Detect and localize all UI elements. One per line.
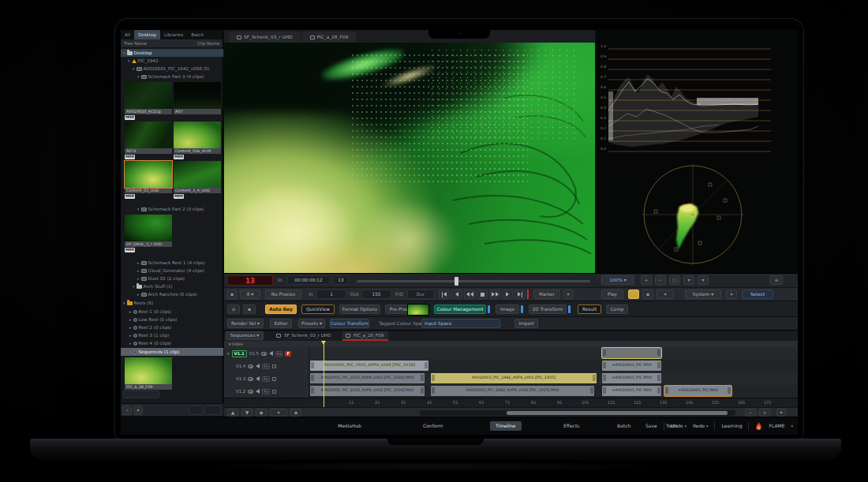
mode-conform[interactable]: Conform (417, 421, 449, 431)
input-space-field[interactable]: Input Space (421, 319, 500, 328)
tree-item-a0010001[interactable]: ▾ A0010001_PIC_1942_v008 (5) (121, 65, 223, 73)
timeline-clip-selected[interactable]: A0010001_PIC_1935_A0P4_v004 [PIC_1938] (310, 361, 428, 371)
current-frame-display[interactable]: 13 (227, 275, 273, 286)
timeline-clip[interactable]: +A0010003_PIC M00 (664, 386, 731, 396)
viewer-tab-schenk[interactable]: SF_Schenk_03_r UHD (229, 32, 301, 43)
colour-transform-button[interactable]: Colour Transform (330, 319, 369, 328)
media-thumbnail[interactable]: PIC_a_28_F09 (125, 357, 172, 395)
tree-item-reel4[interactable]: ▸ Reel 4 (0 clips) (121, 339, 223, 347)
out-frame-field[interactable]: 155 (361, 290, 391, 299)
tab-batch[interactable]: Batch (187, 30, 208, 39)
tree-item-schemack-reel1[interactable]: ▸ Schemack Reel 1 (4 clips) (121, 259, 223, 267)
scrollbar-thumb[interactable] (507, 411, 728, 415)
play-mode-button[interactable]: Play (601, 290, 623, 299)
render-sel-dropdown[interactable]: Render Sel ▾ (227, 319, 264, 328)
page-field[interactable] (204, 405, 221, 415)
stop-button[interactable] (477, 290, 488, 299)
panel-menu-icon[interactable]: ≡ (770, 275, 783, 285)
track-checkbox[interactable] (272, 390, 276, 394)
tree-item-low-reel[interactable]: ▸ Low Reel (0 clips) (121, 316, 223, 323)
import-button[interactable]: Import (514, 319, 538, 328)
frame-field[interactable]: 13 (333, 275, 349, 285)
comp-button[interactable]: Comp (606, 305, 628, 314)
learning-button[interactable]: Learning (721, 421, 742, 431)
colour-management-button[interactable]: Colour Management (434, 305, 486, 314)
tab-libraries[interactable]: Libraries (160, 30, 187, 39)
clip-mini-thumbnail[interactable] (407, 304, 429, 316)
media-thumbnail[interactable]: Content_3_A_UHD M00 (174, 161, 221, 199)
track-remove-icon[interactable]: ▼ (241, 409, 253, 417)
snap-icon[interactable]: ◆ (256, 409, 267, 417)
options-dropdown-icon[interactable]: ▾ (133, 405, 143, 415)
timeline-clip[interactable]: A0010001_PIC_1935_A0P4_v003 [PIC_1938] M… (310, 373, 425, 383)
mode-mediahub[interactable]: MediaHub (332, 421, 367, 431)
speaker-icon[interactable] (269, 351, 273, 356)
image-button[interactable]: Image (496, 305, 519, 314)
link-icon[interactable]: ▪ (290, 409, 301, 417)
track-header[interactable]: V1.4 Fx (224, 360, 309, 372)
focus-flag[interactable]: F (285, 351, 290, 357)
app-menu-dropdown-icon[interactable]: ▾ (791, 421, 793, 431)
auto-key-button[interactable]: Auto Key (265, 305, 297, 314)
tab-all[interactable]: All (121, 30, 134, 39)
timeline-clip[interactable]: A0010003_PIC_1942_A0P4_v002 [PIC_1935] M… (431, 386, 594, 396)
video-group-row[interactable]: ▾ Video (224, 341, 798, 347)
next-cut-button[interactable] (502, 290, 513, 299)
media-thumbnail[interactable]: A0010020_ACE5g M00 (125, 82, 172, 120)
track-badge[interactable]: V1.1 (232, 350, 247, 357)
in-frame-field[interactable]: 1 (316, 290, 346, 299)
media-thumbnail[interactable]: A07 (174, 82, 221, 120)
timeline-clip[interactable]: +A0010003_PIC M00 (602, 386, 661, 396)
quickview-button[interactable]: QuickView (301, 305, 335, 314)
tree-item-pic1942[interactable]: ▾ PIC_1942 (121, 57, 223, 65)
view-options-icon[interactable]: ▾ (683, 275, 694, 285)
speaker-icon[interactable] (256, 376, 260, 381)
timecode-display-dropdown-icon[interactable]: ▾ (657, 290, 674, 299)
visibility-eye-icon[interactable] (248, 364, 253, 368)
tree-item-duet[interactable]: ▸ Duet 02 (2 clips) (121, 275, 223, 282)
play-reverse-button[interactable] (464, 290, 475, 299)
proxy-dropdown[interactable]: 8 ▾ (240, 290, 260, 299)
mode-effects[interactable]: Effects (558, 421, 585, 431)
tree-item-cloud-generator[interactable]: ▸ Cloud_Generator (4 clips) (121, 267, 223, 275)
zoom-in-icon[interactable]: + (641, 275, 652, 285)
tab-desktop[interactable]: Desktop (134, 30, 160, 39)
viewer-tab-pic[interactable]: PIC_a_28_F09 (302, 32, 357, 43)
zoom-level-dropdown[interactable]: 100% ▾ (601, 275, 634, 285)
media-thumbnail[interactable]: Content_03a_sh30 M00 (174, 121, 221, 159)
zoom-timeline-out-icon[interactable]: − (745, 409, 756, 417)
collapse-icon[interactable]: « (122, 405, 132, 415)
tree-item-arch-ranches[interactable]: ▸ Arch Ranches (0 clips) (121, 290, 223, 298)
tree-item-schemack-part2[interactable]: ▾ Schemack Part 2 (3 clips) (121, 205, 223, 213)
playhead[interactable] (324, 341, 324, 407)
sort-tree-name[interactable]: Tree Name (124, 39, 147, 47)
media-thumbnail[interactable]: DP_DAHL_3_r UHD M00 (125, 215, 172, 252)
sequences-dropdown[interactable]: Sequences ▾ (226, 331, 264, 340)
tree-item-reel2[interactable]: ▸ Reel 2 (0 clips) (121, 323, 223, 331)
track-header[interactable]: V1.2 Fx (224, 385, 309, 398)
fx-badge[interactable]: Fx (262, 376, 269, 382)
duration-field[interactable]: Dur (407, 290, 434, 299)
fx-badge[interactable]: Fx (262, 364, 269, 369)
play-forward-button[interactable] (489, 290, 500, 299)
timeline-options-icon[interactable]: ▾ (776, 409, 786, 417)
grid-icon[interactable]: ▪ (243, 305, 256, 314)
media-thumbnail-selected[interactable]: Content_03_UHD M00 (125, 161, 172, 199)
fx-badge[interactable]: Fx (262, 389, 269, 394)
scrub-bar[interactable] (357, 280, 590, 282)
marker-options-icon[interactable]: ▾ (563, 290, 573, 299)
visibility-eye-icon[interactable] (248, 390, 253, 394)
mode-batch[interactable]: Batch (612, 421, 636, 431)
gear-icon[interactable]: ▪ (227, 290, 237, 299)
go-to-end-button[interactable] (514, 290, 526, 299)
go-to-start-button[interactable] (439, 290, 450, 299)
tree-item-arch-stuff[interactable]: ▾ Arch Stuff (1) (121, 282, 223, 290)
timeline-tab-pic-active[interactable]: PIC_a_28_F09 (342, 331, 388, 341)
format-options-button[interactable]: Format Options (339, 305, 380, 314)
timeline-clip[interactable]: A0010001_PIC_1935_A0P4_v002 [PIC_1938] M… (310, 386, 425, 396)
previous-cut-button[interactable] (451, 290, 462, 299)
tree-item-desktop[interactable]: ▾ Desktop (121, 49, 223, 57)
sync-icon[interactable]: ▾ (726, 290, 737, 299)
redo-dropdown[interactable]: Redo ▾ (693, 421, 709, 431)
track-checkbox[interactable] (272, 364, 276, 368)
